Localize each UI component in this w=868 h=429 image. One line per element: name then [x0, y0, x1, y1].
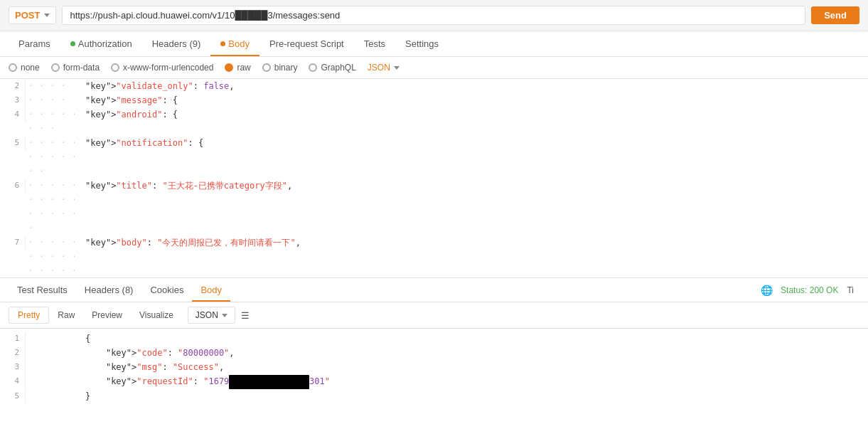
- code-line-6: 6· · · · · · · · · · · · · · · ·"key">"t…: [0, 179, 868, 235]
- body-type-graphql[interactable]: GraphQL: [309, 63, 355, 73]
- tab-label-settings: Settings: [405, 38, 439, 49]
- response-line-number: 3: [0, 360, 26, 374]
- body-type-label-graphql: GraphQL: [321, 63, 355, 73]
- request-body-editor[interactable]: 2· · · ·"key">"validate_only": false,3· …: [0, 79, 868, 278]
- response-json-dropdown[interactable]: JSON: [188, 307, 235, 324]
- tab-tests[interactable]: Tests: [354, 31, 395, 56]
- send-button[interactable]: Send: [811, 6, 859, 24]
- response-line-content: {: [82, 332, 868, 346]
- response-line-3: 3 "key">"msg": "Success",: [0, 360, 868, 374]
- format-btn-pretty[interactable]: Pretty: [9, 307, 49, 324]
- radio-raw: [225, 63, 233, 72]
- tab-params[interactable]: Params: [9, 31, 60, 56]
- tab-label-authorization: Authorization: [78, 38, 132, 49]
- json-chevron-icon: [394, 66, 400, 70]
- line-content: "key">"message": {: [82, 93, 868, 107]
- body-type-label-binary: binary: [274, 63, 298, 73]
- format-btn-raw[interactable]: Raw: [49, 307, 83, 323]
- radio-none: [9, 63, 17, 72]
- url-bar: POST Send: [0, 0, 868, 31]
- body-type-none[interactable]: none: [9, 63, 40, 73]
- line-number: 4: [0, 107, 26, 122]
- tab-settings[interactable]: Settings: [395, 31, 449, 56]
- filter-icon[interactable]: ☰: [241, 310, 250, 321]
- body-type-label-urlencoded: x-www-form-urlencoded: [123, 63, 213, 73]
- globe-icon: 🌐: [761, 285, 772, 296]
- time-badge: Ti: [847, 285, 854, 295]
- response-line-number: 1: [0, 332, 26, 346]
- method-select[interactable]: POST: [9, 6, 56, 24]
- response-tab-body[interactable]: Body: [192, 278, 230, 302]
- response-json-label: JSON: [195, 310, 218, 320]
- tab-authorization[interactable]: Authorization: [60, 31, 142, 56]
- response-line-1: 1{: [0, 332, 868, 346]
- tab-headers[interactable]: Headers (9): [142, 31, 211, 56]
- response-line-number: 5: [0, 389, 26, 403]
- json-dropdown-label: JSON: [368, 63, 390, 73]
- response-line-content: }: [82, 389, 868, 403]
- body-dot: [220, 41, 225, 46]
- response-line-number: 2: [0, 346, 26, 360]
- line-dots: · · · · · · · · · · · · · · · ·: [26, 235, 82, 278]
- tab-label-tests: Tests: [364, 38, 385, 49]
- response-tabs: Test ResultsHeaders (8)CookiesBody 🌐 Sta…: [0, 278, 868, 302]
- response-line-number: 4: [0, 374, 26, 388]
- code-line-5: 5· · · · · · · · · · · ·"key">"notificat…: [0, 136, 868, 179]
- line-content: "key">"notification": {: [82, 136, 868, 150]
- line-dots: · · · · · · · · · · · ·: [26, 136, 82, 179]
- response-line-content: "key">"requestId": "1679████████████████…: [82, 374, 868, 389]
- response-line-content: "key">"code": "80000000",: [82, 346, 868, 360]
- response-tab-test-results[interactable]: Test Results: [9, 278, 76, 302]
- json-format-dropdown[interactable]: JSON: [368, 63, 400, 73]
- line-number: 5: [0, 136, 26, 150]
- line-dots: · · · ·: [26, 93, 82, 107]
- method-chevron-icon: [44, 14, 50, 17]
- status-badge: Status: 200 OK: [781, 285, 838, 295]
- line-dots: · · · ·: [26, 79, 82, 93]
- response-line-content: "key">"msg": "Success",: [82, 360, 868, 374]
- code-line-7: 7· · · · · · · · · · · · · · · ·"key">"b…: [0, 235, 868, 278]
- body-type-binary[interactable]: binary: [262, 63, 298, 73]
- tab-pre-request[interactable]: Pre-request Script: [259, 31, 354, 56]
- tab-label-headers: Headers (9): [152, 38, 201, 49]
- code-line-4: 4· · · · · · · ·"key">"android": {: [0, 107, 868, 136]
- response-line-5: 5}: [0, 389, 868, 403]
- code-line-2: 2· · · ·"key">"validate_only": false,: [0, 79, 868, 93]
- body-type-label-raw: raw: [237, 63, 250, 73]
- body-type-raw[interactable]: raw: [225, 63, 250, 73]
- response-json-chevron: [222, 314, 227, 317]
- line-number: 6: [0, 179, 26, 193]
- body-type-label-form-data: form-data: [63, 63, 100, 73]
- line-content: "key">"body": "今天的周报已发，有时间请看一下",: [82, 235, 868, 250]
- tab-body[interactable]: Body: [210, 31, 259, 56]
- radio-binary: [262, 63, 271, 72]
- line-dots: · · · · · · · · · · · · · · · ·: [26, 179, 82, 235]
- method-label: POST: [15, 10, 40, 21]
- body-type-form-data[interactable]: form-data: [51, 63, 100, 73]
- line-content: "key">"title": "王大花-已携带category字段",: [82, 179, 868, 193]
- tab-label-params: Params: [18, 38, 50, 49]
- response-tab-cookies[interactable]: Cookies: [141, 278, 192, 302]
- line-number: 7: [0, 235, 26, 250]
- response-format-bar: PrettyRawPreviewVisualizeJSON☰: [0, 302, 868, 329]
- authorization-dot: [70, 41, 75, 46]
- response-body: 1{2 "key">"code": "80000000",3 "key">"ms…: [0, 329, 868, 414]
- line-content: "key">"android": {: [82, 107, 868, 122]
- radio-graphql: [309, 63, 317, 72]
- format-btn-visualize[interactable]: Visualize: [131, 307, 182, 323]
- body-type-label-none: none: [21, 63, 40, 73]
- body-type-urlencoded[interactable]: x-www-form-urlencoded: [111, 63, 213, 73]
- radio-urlencoded: [111, 63, 119, 72]
- line-content: "key">"validate_only": false,: [82, 79, 868, 93]
- url-input[interactable]: [62, 6, 805, 25]
- body-type-selector: noneform-datax-www-form-urlencodedrawbin…: [0, 57, 868, 79]
- tab-label-pre-request: Pre-request Script: [269, 38, 344, 49]
- radio-form-data: [51, 63, 60, 72]
- tab-label-body: Body: [228, 38, 250, 49]
- response-tab-headers[interactable]: Headers (8): [76, 278, 142, 302]
- line-dots: · · · · · · · ·: [26, 107, 82, 136]
- line-number: 3: [0, 93, 26, 107]
- line-number: 2: [0, 79, 26, 93]
- code-line-3: 3· · · ·"key">"message": {: [0, 93, 868, 107]
- format-btn-preview[interactable]: Preview: [83, 307, 131, 323]
